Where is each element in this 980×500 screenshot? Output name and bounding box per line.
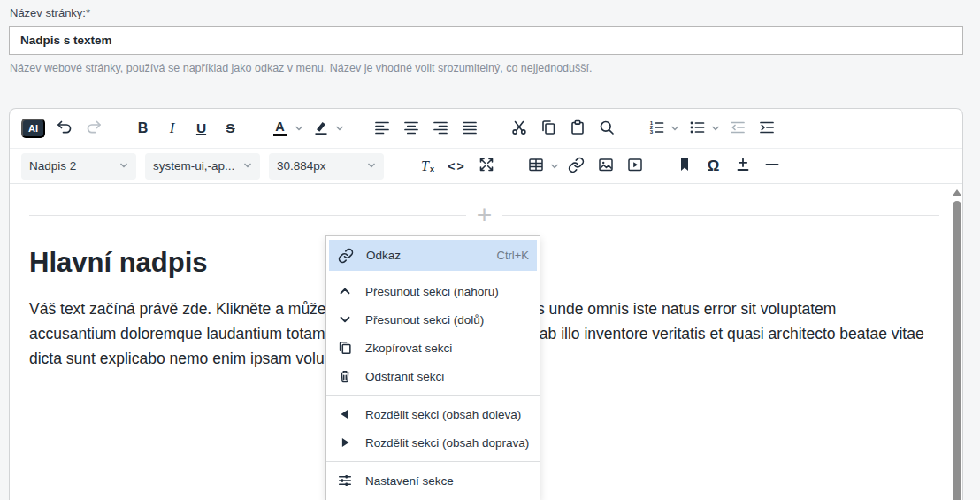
- italic-button[interactable]: I: [157, 114, 187, 142]
- menu-item-link[interactable]: Odkaz Ctrl+K: [329, 240, 537, 271]
- table-button[interactable]: [521, 152, 550, 181]
- section-context-menu: Odkaz Ctrl+K Přesunout sekci (nahoru) Př…: [325, 235, 540, 500]
- list-group: 123: [641, 114, 781, 142]
- align-left-button[interactable]: [367, 114, 396, 142]
- numbered-list-button[interactable]: 123: [641, 114, 670, 142]
- align-center-button[interactable]: [396, 114, 425, 142]
- chevron-down-icon: [243, 159, 252, 173]
- menu-item-label: Nastavení sekce: [365, 474, 454, 488]
- align-justify-icon: [461, 119, 479, 139]
- chevron-down-icon: [336, 311, 354, 328]
- source-code-button[interactable]: <>: [442, 152, 471, 181]
- insert-plus-icon: [734, 156, 752, 176]
- link-icon: [337, 247, 355, 265]
- strikethrough-button[interactable]: S: [216, 114, 245, 142]
- table-dropdown[interactable]: [547, 152, 561, 181]
- strikethrough-icon: S: [226, 120, 234, 136]
- menu-item-split-section-left[interactable]: Rozdělit sekci (obsah doleva): [326, 400, 540, 428]
- paste-button[interactable]: [563, 114, 592, 142]
- align-group: [367, 114, 484, 142]
- highlight-color-button[interactable]: [306, 114, 335, 142]
- bold-button[interactable]: B: [128, 114, 157, 142]
- clipboard-group: [504, 114, 621, 142]
- omega-icon: Ω: [708, 158, 720, 175]
- toolbar-row-1: AI B I U S A: [10, 109, 962, 149]
- toolbar-row-2: Nadpis 2 system-ui,-ap... 30.884px Tx <>: [10, 149, 962, 184]
- copy-button[interactable]: [533, 114, 563, 142]
- fullscreen-icon: [478, 156, 495, 176]
- menu-item-label: Přesunout sekci (nahoru): [365, 285, 499, 298]
- text-color-button[interactable]: A: [265, 114, 295, 142]
- indent-icon: [758, 119, 776, 139]
- scrollbar-thumb[interactable]: [953, 201, 961, 500]
- menu-item-delete-section[interactable]: Odstranit sekci: [326, 362, 540, 390]
- sliders-icon: [336, 472, 354, 489]
- numbered-list-dropdown[interactable]: [668, 114, 681, 142]
- insert-media-button[interactable]: [620, 152, 649, 181]
- cut-scissors-icon: [510, 119, 528, 139]
- chevron-down-icon: [367, 159, 376, 173]
- font-family-select[interactable]: system-ui,-ap...: [145, 153, 260, 180]
- italic-icon: I: [170, 119, 175, 137]
- add-section-button[interactable]: +: [466, 207, 503, 223]
- trash-icon: [336, 367, 354, 385]
- align-justify-button[interactable]: [455, 114, 484, 142]
- text-color-dropdown[interactable]: [292, 114, 305, 142]
- highlight-color-icon: [312, 119, 330, 139]
- menu-item-move-section-down[interactable]: Přesunout sekci (dolů): [326, 305, 540, 334]
- menu-item-shortcut: Ctrl+K: [497, 249, 529, 262]
- insert-link-button[interactable]: [562, 152, 591, 181]
- indent-button[interactable]: [752, 114, 781, 142]
- triangle-up-icon: [953, 189, 961, 196]
- page-title-label: Název stránky:*: [10, 6, 90, 19]
- fullscreen-button[interactable]: [471, 152, 501, 181]
- insert-plus-button[interactable]: [728, 152, 757, 181]
- highlight-color-dropdown[interactable]: [333, 114, 346, 142]
- align-center-icon: [402, 119, 420, 139]
- scroll-up-button[interactable]: [952, 189, 961, 196]
- menu-item-label: Odstranit sekci: [365, 370, 444, 383]
- ai-assistant-button[interactable]: AI: [21, 119, 45, 138]
- horizontal-rule-icon: [763, 156, 781, 176]
- underline-button[interactable]: U: [187, 114, 216, 142]
- cut-button[interactable]: [504, 114, 533, 142]
- block-format-select[interactable]: Nadpis 2: [21, 153, 136, 180]
- align-right-button[interactable]: [425, 114, 455, 142]
- menu-item-move-section-up[interactable]: Přesunout sekci (nahoru): [326, 277, 540, 305]
- undo-icon: [56, 119, 73, 139]
- bullet-list-dropdown[interactable]: [708, 114, 722, 142]
- search-button[interactable]: [592, 114, 621, 142]
- format-tools-group: Tx <>: [413, 152, 501, 181]
- menu-item-split-section-right[interactable]: Rozdělit sekci (obsah doprava): [326, 428, 540, 457]
- clear-formatting-button[interactable]: Tx: [413, 152, 442, 181]
- chevron-down-icon: [119, 159, 128, 173]
- insert-group: [521, 152, 649, 181]
- clear-formatting-icon: Tx: [421, 159, 434, 173]
- outdent-button[interactable]: [723, 114, 752, 142]
- content-heading[interactable]: Hlavní nadpis: [29, 247, 208, 279]
- bookmark-button[interactable]: [670, 152, 699, 181]
- page-title-input[interactable]: [9, 26, 963, 55]
- triangle-right-icon: [336, 434, 354, 451]
- divider-line: [502, 215, 939, 216]
- redo-icon: [85, 119, 103, 139]
- media-play-icon: [626, 156, 644, 176]
- insert-image-button[interactable]: [591, 152, 620, 181]
- history-group: AI: [21, 114, 108, 142]
- redo-button[interactable]: [79, 114, 108, 142]
- menu-item-section-settings[interactable]: Nastavení sekce: [326, 466, 540, 495]
- menu-separator: [326, 395, 540, 396]
- link-icon: [568, 157, 585, 176]
- section-insert-divider: +: [29, 207, 939, 223]
- special-character-button[interactable]: Ω: [699, 152, 728, 181]
- font-size-select[interactable]: 30.884px: [269, 153, 384, 180]
- text-color-icon: A: [273, 121, 286, 136]
- editor-scrollbar[interactable]: [952, 186, 961, 500]
- undo-button[interactable]: [50, 114, 79, 142]
- menu-item-copy-section[interactable]: Zkopírovat sekci: [326, 334, 540, 362]
- page-title-help-text: Název webové stránky, používá se napříkl…: [10, 62, 592, 74]
- horizontal-rule-button[interactable]: [757, 152, 786, 181]
- table-icon: [527, 156, 545, 176]
- source-code-icon: <>: [448, 159, 465, 173]
- bullet-list-button[interactable]: [682, 114, 711, 142]
